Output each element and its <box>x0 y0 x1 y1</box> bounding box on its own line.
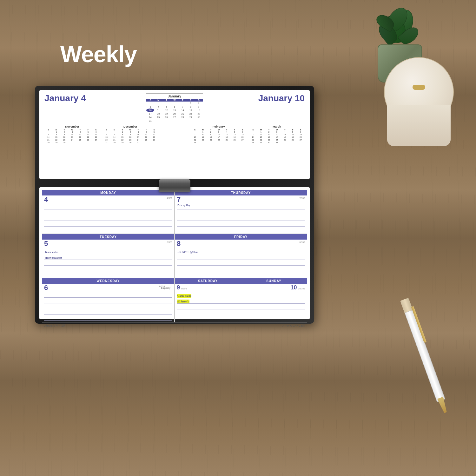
ref-cell: 23 <box>265 139 273 141</box>
jan-cell-21: 21 <box>179 112 187 116</box>
jan-cell- <box>162 102 170 105</box>
jan-cell-11: 11 <box>154 109 162 112</box>
jan-cell-2: 2 <box>195 102 203 105</box>
ref-cell: 9 <box>60 133 68 136</box>
ref-cell: 26 <box>231 139 239 141</box>
monday-cell: MONDAY 4 4/361 <box>42 190 175 234</box>
footer-brand: AT-A-GLANCE® <box>282 324 305 327</box>
saturday-number: 9 <box>177 284 180 291</box>
wed-line-3 <box>44 303 172 309</box>
ref-cell: 1 <box>199 131 207 133</box>
tue-line-2: order breakfast <box>44 254 172 260</box>
sunday-counter: 10/355 <box>298 288 305 290</box>
ref-cell: 15 <box>257 136 265 138</box>
wednesday-header: WEDNESDAY <box>42 278 174 284</box>
sunday-header: SUNDAY <box>241 278 307 284</box>
center-days-header: S M T W T F S <box>146 99 203 102</box>
thursday-header: THURSDAY <box>175 190 307 195</box>
jan-cell-1: 1 <box>187 102 195 105</box>
coffee-cup <box>381 57 457 146</box>
reference-calendars: November SMTWTFS123456789101112131415161… <box>44 125 305 144</box>
ref-cell: 9 <box>265 133 273 136</box>
ref-cell: 29 <box>52 141 60 144</box>
ref-cell: 19 <box>289 136 297 138</box>
week-end-label: January 10 <box>203 93 305 103</box>
thursday-cell: THURSDAY 7 7/358 Pick-up Day <box>175 190 307 234</box>
line-1 <box>44 204 172 209</box>
ref-cell: 22 <box>199 139 207 141</box>
jan-cell-23: 23 <box>195 112 203 116</box>
jan-cell-22: 22 <box>187 112 195 116</box>
monday-header: MONDAY <box>42 190 174 195</box>
ref-cell: 1 <box>52 131 60 133</box>
jan-cell-26: 26 <box>162 116 170 119</box>
tue-line-1: Team status- <box>44 248 172 254</box>
ref-cell <box>249 131 257 133</box>
ref-cell: 29 <box>118 141 126 144</box>
november-title: November <box>44 125 100 128</box>
ref-cell: 21 <box>44 139 52 141</box>
friday-header: FRIDAY <box>175 234 307 240</box>
ref-cell: 17 <box>215 136 223 138</box>
thursday-number: 7 <box>177 196 181 203</box>
jan-cell-25: 25 <box>154 116 162 119</box>
ref-cell: 10 <box>134 133 142 136</box>
ref-cell: 27 <box>92 139 100 141</box>
ref-cell: 18 <box>281 136 289 138</box>
monday-counter: 4/361 <box>167 196 172 199</box>
ref-cell: 28 <box>249 141 257 144</box>
ref-cell: 15 <box>52 136 60 138</box>
center-calendar-grid: 1234567891011121314151617181920212223242… <box>146 102 203 123</box>
tue-line-5 <box>44 271 172 277</box>
wed-line-2 <box>44 298 172 303</box>
saturday-header: SATURDAY <box>175 278 241 284</box>
march-title: March <box>249 125 305 128</box>
clipboard-clip <box>159 179 190 192</box>
ref-cell: 3 <box>68 131 76 133</box>
ref-cell: 30 <box>60 141 68 144</box>
jan-cell-31: 31 <box>146 119 154 122</box>
jan-cell-14: 14 <box>179 109 187 112</box>
ref-cell: 5 <box>289 131 297 133</box>
ref-cell: 23 <box>207 139 215 141</box>
ref-cell: 13 <box>102 136 110 138</box>
ref-cell: 6 <box>102 133 110 136</box>
jan-cell-5: 5 <box>162 105 170 109</box>
ref-cell: 4 <box>223 131 231 133</box>
ref-cell: 8 <box>118 133 126 136</box>
jan-cell-4: 4 <box>154 105 162 109</box>
jan-cell-28: 28 <box>179 116 187 119</box>
ref-cell: 27 <box>297 139 305 141</box>
ref-cell <box>44 131 52 133</box>
thursday-counter: 7/358 <box>299 196 305 199</box>
line-5 <box>44 227 172 232</box>
thu-line-4 <box>177 221 305 227</box>
monday-number: 4 <box>44 196 48 203</box>
thu-line-1: Pick-up Day <box>177 204 305 209</box>
page-title: Weekly <box>60 41 137 67</box>
ref-cell: 18 <box>223 136 231 138</box>
ref-cell: 19 <box>84 136 92 138</box>
tuesday-header: TUESDAY <box>42 234 174 240</box>
saturday-counter: 9/356 <box>181 288 187 290</box>
ref-cell: 4 <box>281 131 289 133</box>
ref-cell: 22 <box>257 139 265 141</box>
wed-line-4 <box>44 309 172 315</box>
jan-cell-16: 16 <box>195 109 203 112</box>
sunday-number: 10 <box>291 284 297 291</box>
ref-cell: 11 <box>142 133 150 136</box>
ref-cell: 12 <box>150 133 158 136</box>
ref-cell: 11 <box>223 133 231 136</box>
ref-cell: 27 <box>102 141 110 144</box>
december-title: December <box>102 125 158 128</box>
ref-cell: 24 <box>134 139 142 141</box>
ref-cell: 23 <box>126 139 134 141</box>
center-mini-calendar: January S M T W T F S 123456789101112131… <box>146 93 203 123</box>
ref-cell: 24 <box>273 139 281 141</box>
ref-cell: 7 <box>249 133 257 136</box>
ref-cell: 1 <box>118 131 126 133</box>
jan-cell-24: 24 <box>146 116 154 119</box>
ref-cell: 16 <box>126 136 134 138</box>
fri-line-2 <box>177 254 305 260</box>
day-header-m: M <box>154 99 162 102</box>
